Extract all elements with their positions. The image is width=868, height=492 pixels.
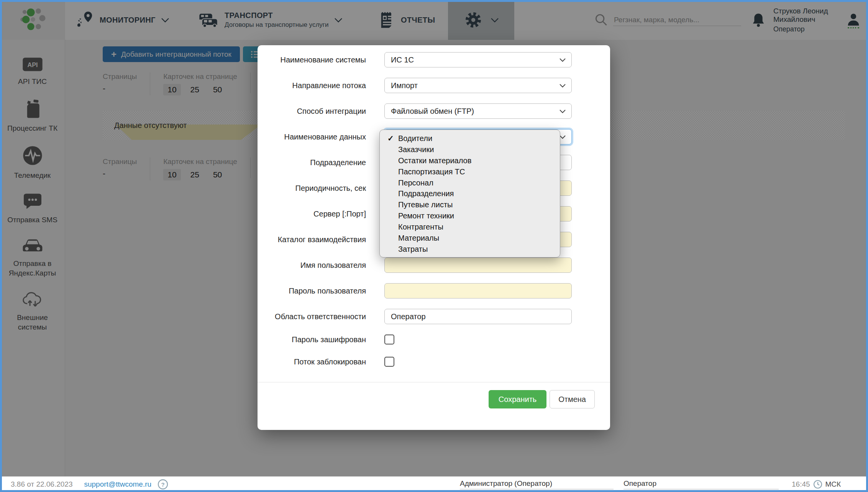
dropdown-option-voditeli[interactable]: ✓ Водители [380,133,560,144]
integration-method-select[interactable]: Файловый обмен (FTP) [384,103,572,119]
checkmark-icon: ✓ [387,134,398,143]
modal-footer-divider [258,382,610,382]
field-label: Поток заблокирован [268,358,366,366]
select-value: Импорт [391,81,418,90]
operator-role-field[interactable]: Оператор [624,479,779,489]
form-row-username: Имя пользователя [258,257,595,273]
timezone-label: МСК [825,480,841,489]
form-row-flow-locked: Поток заблокирован [258,357,595,367]
data-name-dropdown: ✓ Водители Заказчики Остатки материалов … [379,130,560,257]
username-input[interactable] [384,257,572,273]
responsibility-area-input[interactable] [384,309,572,324]
app-version: 3.86 от 22.06.2023 [11,480,72,489]
dropdown-option-personal[interactable]: Персонал [380,177,560,189]
field-label: Наименование системы [268,56,366,64]
dropdown-option-ostatki[interactable]: Остатки материалов [380,155,560,166]
field-label: Способ интеграции [268,107,366,116]
dropdown-option-remont[interactable]: Ремонт техники [380,210,560,221]
select-value: ИС 1С [391,56,414,64]
form-row-password: Пароль пользователя [258,283,595,298]
field-label: Каталог взаимодействия [268,235,366,244]
flow-locked-checkbox[interactable] [384,357,394,367]
admin-role-field[interactable]: Администратор (Оператор) [460,479,614,489]
field-label: Наименование данных [268,133,366,141]
dropdown-option-putevye-listy[interactable]: Путевые листы [380,199,560,210]
field-label: Сервер [:Порт] [268,210,366,218]
dropdown-option-podrazdeleniya[interactable]: Подразделения [380,188,560,199]
flow-direction-select[interactable]: Импорт [384,78,572,93]
cancel-button[interactable]: Отмена [550,390,595,408]
chevron-down-icon [559,58,566,62]
integration-flow-dialog: Наименование системы ИС 1С Направление п… [258,45,610,430]
form-row-password-encrypted: Пароль зашифрован [258,335,595,344]
field-label: Имя пользователя [268,261,366,270]
field-label: Пароль зашифрован [268,335,366,344]
dropdown-option-zakazchiki[interactable]: Заказчики [380,144,560,155]
clock-icon [813,480,822,489]
field-label: Направление потока [268,81,366,90]
user-password-input[interactable] [384,283,572,298]
svg-text:?: ? [161,481,164,488]
form-row-responsibility: Область ответственности [258,309,595,324]
clock-block: 16:45 МСК [792,480,841,489]
chevron-down-icon [559,84,566,88]
chevron-down-icon [559,109,566,113]
system-name-select[interactable]: ИС 1С [384,52,572,67]
dropdown-option-materialy[interactable]: Материалы [380,233,560,244]
select-value: Файловый обмен (FTP) [391,107,474,116]
form-row-integration-method: Способ интеграции Файловый обмен (FTP) [258,103,595,119]
field-label: Пароль пользователя [268,287,366,295]
field-label: Область ответственности [268,312,366,321]
dropdown-option-zatraty[interactable]: Затраты [380,244,560,255]
save-button[interactable]: Сохранить [489,390,546,408]
field-label: Периодичность, сек [268,184,366,193]
status-bar: 3.86 от 22.06.2023 support@ttwcome.ru ? … [0,476,868,492]
help-button[interactable]: ? [158,479,168,490]
dropdown-option-kontragenty[interactable]: Контрагенты [380,221,560,233]
field-label: Подразделение [268,158,366,167]
form-row-flow-direction: Направление потока Импорт [258,78,595,93]
support-email-link[interactable]: support@ttwcome.ru [84,480,151,489]
current-time: 16:45 [792,480,810,489]
question-icon: ? [158,479,168,490]
password-encrypted-checkbox[interactable] [384,335,394,344]
form-row-system-name: Наименование системы ИС 1С [258,52,595,67]
modal-footer: Сохранить Отмена [258,390,610,408]
dropdown-option-pasportizatsiya[interactable]: Паспортизация ТС [380,166,560,177]
